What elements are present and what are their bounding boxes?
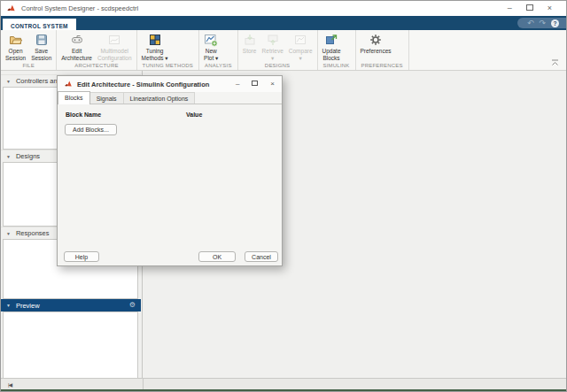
window-title: Control System Designer - scdspeedctrl bbox=[21, 4, 138, 12]
tuning-methods-button[interactable]: Tuning Methods ▾ bbox=[139, 30, 171, 61]
dialog-maximize-button[interactable] bbox=[252, 81, 258, 88]
save-session-button[interactable]: Save Session bbox=[28, 30, 54, 61]
button-label: Multimodel bbox=[101, 48, 128, 55]
minimize-button[interactable]: – bbox=[508, 4, 512, 12]
ok-button[interactable]: OK bbox=[198, 251, 236, 262]
open-session-button[interactable]: Open Session bbox=[3, 30, 28, 61]
dialog-footer: Help OK Cancel bbox=[58, 251, 282, 263]
button-label: Open bbox=[9, 48, 23, 55]
ribbon-group-simulink: Update Blocks SIMULINK bbox=[318, 30, 356, 70]
button-label: Preferences bbox=[361, 48, 392, 55]
tuning-methods-icon bbox=[148, 33, 162, 47]
statusbar-collapse-icon[interactable]: |◀ bbox=[8, 381, 12, 388]
maximize-icon bbox=[526, 4, 533, 11]
folder-open-icon bbox=[9, 33, 23, 47]
ribbon: Open Session Save Session FILE bbox=[1, 30, 566, 71]
ribbon-group-label: ANALYSIS bbox=[201, 63, 236, 70]
statusbar: |◀ bbox=[1, 378, 566, 389]
chevron-down-icon: ▼ bbox=[6, 303, 11, 308]
edit-architecture-dialog: Edit Architecture - Simulink Configurati… bbox=[57, 75, 283, 266]
save-icon bbox=[35, 33, 49, 47]
app-window: Control System Designer - scdspeedctrl –… bbox=[0, 0, 567, 392]
update-blocks-icon bbox=[324, 33, 338, 47]
help-button[interactable]: Help bbox=[64, 251, 99, 262]
collapse-ribbon-icon[interactable] bbox=[551, 59, 559, 66]
store-icon bbox=[243, 33, 257, 47]
dialog-controls: – × bbox=[236, 81, 282, 88]
table-header-row: Block Name Value bbox=[66, 111, 282, 118]
add-blocks-button[interactable]: Add Blocks... bbox=[65, 124, 117, 135]
button-label: Retrieve bbox=[262, 48, 284, 55]
panel-gear-icon[interactable]: ⚙ bbox=[129, 302, 136, 309]
button-label: Methods ▾ bbox=[142, 55, 168, 62]
tab-signals[interactable]: Signals bbox=[89, 92, 124, 104]
preferences-button[interactable]: Preferences bbox=[358, 30, 394, 55]
redo-icon[interactable]: ↷ bbox=[539, 19, 546, 27]
button-label: Save bbox=[35, 48, 48, 55]
dialog-title: Edit Architecture - Simulink Configurati… bbox=[77, 81, 209, 88]
button-label: Tuning bbox=[146, 48, 164, 55]
tab-blocks[interactable]: Blocks bbox=[58, 91, 90, 104]
ribbon-group-label: ARCHITECTURE bbox=[58, 63, 134, 70]
column-header-block-name: Block Name bbox=[66, 111, 186, 118]
maximize-button[interactable] bbox=[526, 4, 533, 12]
panel-header-preview[interactable]: ▼ Preview ⚙ bbox=[1, 299, 141, 311]
store-button[interactable]: Store bbox=[240, 30, 260, 55]
ribbon-group-label: SIMULINK bbox=[320, 63, 353, 70]
multimodel-configuration-icon bbox=[107, 33, 121, 47]
cancel-button[interactable]: Cancel bbox=[245, 251, 278, 262]
ribbon-group-preferences: Preferences PREFERENCES bbox=[356, 30, 409, 70]
button-label: New bbox=[206, 48, 217, 55]
preferences-gear-icon bbox=[369, 33, 383, 47]
button-label: ▾ bbox=[299, 55, 302, 62]
retrieve-icon bbox=[266, 33, 280, 47]
button-label: Edit bbox=[72, 48, 82, 55]
button-label: Store bbox=[243, 48, 257, 55]
tab-linearization-options[interactable]: Linearization Options bbox=[123, 92, 196, 104]
compare-icon bbox=[293, 33, 307, 47]
ribbon-group-tuning-methods: Tuning Methods ▾ TUNING METHODS bbox=[137, 30, 199, 70]
button-label: Architecture bbox=[61, 55, 92, 62]
chevron-down-icon: ▼ bbox=[6, 231, 11, 236]
help-icon[interactable]: ? bbox=[551, 19, 559, 27]
dialog-titlebar: Edit Architecture - Simulink Configurati… bbox=[58, 76, 282, 92]
ribbon-group-designs: Store Retrieve ▾ bbox=[238, 30, 318, 70]
maximize-icon bbox=[252, 81, 258, 86]
ribbon-group-label: TUNING METHODS bbox=[139, 63, 197, 70]
dialog-minimize-button[interactable]: – bbox=[236, 81, 239, 88]
ribbon-group-file: Open Session Save Session FILE bbox=[1, 30, 57, 70]
ribbon-group-label: DESIGNS bbox=[240, 63, 315, 70]
retrieve-button[interactable]: Retrieve ▾ bbox=[260, 30, 286, 61]
column-header-value: Value bbox=[186, 111, 202, 118]
matlab-logo-icon bbox=[64, 80, 73, 88]
ribbon-group-label: FILE bbox=[3, 63, 54, 70]
button-label: Configuration bbox=[97, 55, 132, 62]
button-label: Compare bbox=[289, 48, 313, 55]
dialog-close-button[interactable]: × bbox=[270, 81, 275, 88]
panel-label: Designs bbox=[16, 152, 40, 160]
edit-architecture-icon bbox=[70, 33, 84, 47]
compare-button[interactable]: Compare ▾ bbox=[286, 30, 315, 61]
panel-label: Responses bbox=[16, 229, 50, 237]
button-label: Session bbox=[5, 55, 26, 62]
preview-panel-content[interactable] bbox=[3, 311, 138, 379]
edit-architecture-button[interactable]: Edit Architecture bbox=[58, 30, 95, 61]
button-label: Blocks bbox=[322, 55, 339, 62]
titlebar: Control System Designer - scdspeedctrl –… bbox=[1, 1, 566, 16]
window-controls: – × bbox=[508, 4, 566, 12]
quick-access-toolbar: ↶ ↷ ? bbox=[517, 18, 566, 28]
button-label: Session bbox=[31, 55, 51, 62]
ribbon-group-analysis: New Plot ▾ ANALYSIS bbox=[199, 30, 238, 70]
close-button[interactable]: × bbox=[548, 4, 552, 12]
toolstrip-tabbar: CONTROL SYSTEM ↶ ↷ ? bbox=[1, 16, 566, 30]
new-plot-button[interactable]: New Plot ▾ bbox=[201, 30, 221, 61]
chevron-down-icon: ▼ bbox=[6, 79, 11, 84]
matlab-logo-icon bbox=[6, 4, 16, 13]
ribbon-group-architecture: Edit Architecture Multimodel Configurati… bbox=[57, 30, 136, 70]
undo-icon[interactable]: ↶ bbox=[527, 19, 534, 27]
chevron-down-icon: ▼ bbox=[6, 154, 11, 159]
bottom-edge bbox=[1, 389, 566, 391]
update-blocks-button[interactable]: Update Blocks bbox=[320, 30, 344, 61]
ribbon-group-label: PREFERENCES bbox=[358, 63, 407, 70]
multimodel-configuration-button[interactable]: Multimodel Configuration bbox=[95, 30, 135, 61]
